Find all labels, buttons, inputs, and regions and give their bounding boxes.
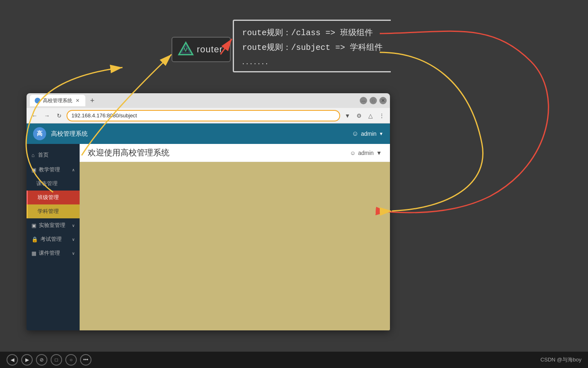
bookmark-btn[interactable]: □ <box>51 354 62 366</box>
address-bar[interactable]: 192.168.4.176:8080/subject <box>67 110 340 121</box>
home-icon: ⌂ <box>31 152 35 158</box>
window-controls: — □ ✕ <box>360 97 387 104</box>
extensions-icon[interactable]: ⚙ <box>354 111 364 121</box>
browser-window: 高校管理系统 ✕ + — □ ✕ ← → ↻ 192.168.4.176:808… <box>27 93 390 330</box>
subject-label: 学科管理 <box>38 208 59 214</box>
user-avatar-icon: ☺ <box>350 150 356 156</box>
refresh-button[interactable]: ↻ <box>54 111 64 121</box>
schedule-label: 课表管理 <box>36 180 58 186</box>
main-title-bar: 欢迎使用高校管理系统 ☺ admin ▼ <box>80 144 390 162</box>
user-display-name: admin <box>358 150 374 156</box>
user-area[interactable]: ☺ admin ▼ <box>350 150 382 156</box>
route-dots: ....... <box>242 57 383 66</box>
class-label: 班级管理 <box>38 194 59 200</box>
route-rules-box: route规则：/class => 班级组件 route规则：/subject … <box>233 20 391 72</box>
sidebar-exam-label: 考试管理 <box>40 236 62 243</box>
sidebar-item-home[interactable]: ⌂ 首页 <box>27 147 80 163</box>
bottom-controls: ◀ ▶ ⊘ □ ○ ••• <box>7 354 91 366</box>
tab-favicon <box>35 98 40 103</box>
vue-logo: V <box>177 41 194 58</box>
svg-text:V: V <box>184 47 187 53</box>
user-dropdown-icon[interactable]: ▼ <box>379 131 383 136</box>
tab-close-button[interactable]: ✕ <box>75 98 80 103</box>
bottom-bar: ◀ ▶ ⊘ □ ○ ••• CSDN @与海boy <box>0 352 588 368</box>
url-display: 192.168.4.176:8080/subject <box>71 112 137 119</box>
exam-icon: 🔒 <box>31 236 38 242</box>
sidebar-sub-schedule[interactable]: 课表管理 <box>27 177 80 191</box>
bookmark-icon[interactable]: ▼ <box>343 111 352 121</box>
main-content: 欢迎使用高校管理系统 ☺ admin ▼ <box>80 144 390 330</box>
close-button[interactable]: ✕ <box>379 97 387 104</box>
lab-chevron: ∨ <box>72 223 75 228</box>
more-btn[interactable]: ••• <box>80 354 91 366</box>
menu-icon[interactable]: ⋮ <box>377 111 387 121</box>
sidebar-lab-label: 实验室管理 <box>39 222 65 229</box>
maximize-button[interactable]: □ <box>370 97 377 104</box>
user-name: admin <box>361 130 376 137</box>
app-sidebar-title: 高校管理系统 <box>51 130 88 138</box>
minimize-button[interactable]: — <box>360 97 367 104</box>
main-title: 欢迎使用高校管理系统 <box>88 147 169 158</box>
play-forward-button[interactable]: ▶ <box>21 354 33 366</box>
browser-titlebar: 高校管理系统 ✕ + — □ ✕ <box>27 93 390 108</box>
back-button[interactable]: ← <box>30 111 40 121</box>
app-logo: 高 <box>33 127 46 140</box>
teaching-chevron: ∧ <box>72 168 75 172</box>
browser-tab-active[interactable]: 高校管理系统 ✕ <box>30 95 85 106</box>
app-body: ⌂ 首页 ▣ 教学管理 ∧ 课表管理 班级管理 学科管理 ▣ 实验室管理 ∨ <box>27 144 390 330</box>
sidebar-item-teaching[interactable]: ▣ 教学管理 ∧ <box>27 163 80 177</box>
app-logo-text: 高 <box>37 130 42 137</box>
exam-chevron: ∨ <box>72 237 75 242</box>
browser-toolbar: ← → ↻ 192.168.4.176:8080/subject ▼ ⚙ △ ⋮ <box>27 108 390 123</box>
new-tab-button[interactable]: + <box>87 95 98 106</box>
sidebar-item-exam[interactable]: 🔒 考试管理 ∨ <box>27 232 80 246</box>
user-dropdown-arrow[interactable]: ▼ <box>376 150 382 156</box>
profile-icon[interactable]: △ <box>365 111 375 121</box>
sidebar: ⌂ 首页 ▣ 教学管理 ∧ 课表管理 班级管理 学科管理 ▣ 实验室管理 ∨ <box>27 144 80 330</box>
tab-area: 高校管理系统 ✕ + <box>30 95 357 106</box>
sidebar-item-lab[interactable]: ▣ 实验室管理 ∨ <box>27 218 80 232</box>
sidebar-sub-subject[interactable]: 学科管理 <box>27 204 80 218</box>
router-label: router <box>197 44 223 55</box>
main-body <box>80 162 390 330</box>
csdn-credit: CSDN @与海boy <box>540 356 581 364</box>
sidebar-sub-class[interactable]: 班级管理 <box>27 191 80 204</box>
router-box: V router <box>172 37 231 62</box>
lab-icon: ▣ <box>31 222 36 229</box>
courseware-icon: ▦ <box>31 250 36 256</box>
route-rule-1: route规则：/class => 班级组件 <box>242 26 383 40</box>
app-header: 高 高校管理系统 ☺ admin ▼ <box>27 123 390 144</box>
sidebar-home-label: 首页 <box>38 151 49 159</box>
cancel-button[interactable]: ⊘ <box>36 354 47 366</box>
sidebar-teaching-label: 教学管理 <box>39 166 60 173</box>
courseware-chevron: ∨ <box>72 251 75 256</box>
forward-button[interactable]: → <box>42 111 52 121</box>
teaching-icon: ▣ <box>31 167 36 173</box>
sidebar-item-courseware[interactable]: ▦ 课件管理 ∨ <box>27 246 80 260</box>
play-back-button[interactable]: ◀ <box>7 354 18 366</box>
tab-title: 高校管理系统 <box>43 97 72 104</box>
route-rule-2: route规则：/subject => 学科组件 <box>242 40 383 55</box>
zoom-btn[interactable]: ○ <box>65 354 77 366</box>
toolbar-icons: ▼ ⚙ △ ⋮ <box>343 111 387 121</box>
app-user[interactable]: ☺ admin ▼ <box>352 130 383 137</box>
sidebar-courseware-label: 课件管理 <box>39 249 60 257</box>
